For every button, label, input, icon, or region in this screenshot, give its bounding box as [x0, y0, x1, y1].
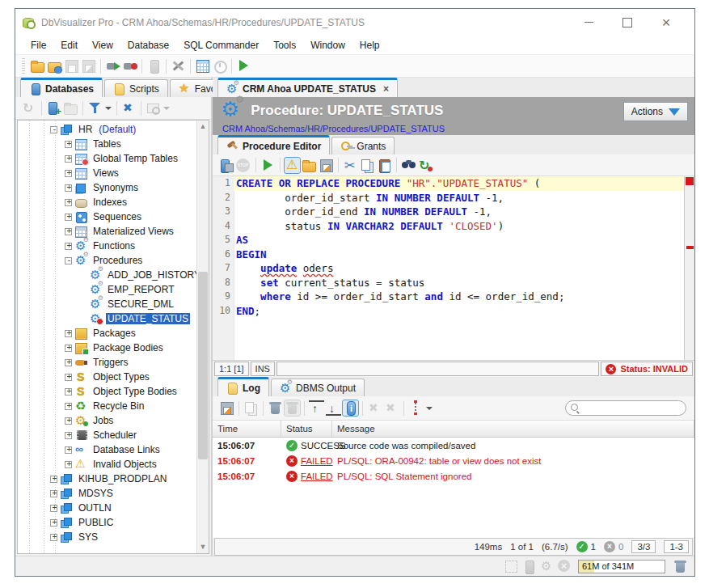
save-edit-icon[interactable] — [219, 400, 234, 416]
separator[interactable] — [141, 101, 141, 116]
grid-window-icon[interactable] — [195, 58, 210, 74]
clock-icon[interactable] — [212, 58, 227, 74]
close-tab-icon[interactable]: × — [383, 83, 389, 95]
window-control-button[interactable] — [659, 15, 673, 30]
expander-icon[interactable] — [65, 446, 72, 454]
server-icon[interactable] — [146, 58, 162, 74]
dropdown-arrow-icon[interactable] — [104, 100, 112, 116]
separator[interactable] — [403, 401, 404, 416]
code-line[interactable]: 5AS — [213, 233, 684, 247]
find-icon[interactable] — [401, 158, 416, 173]
disconnect-icon[interactable] — [122, 58, 137, 74]
tools-icon[interactable] — [171, 58, 186, 74]
scrollbar-thumb[interactable] — [198, 272, 208, 459]
expander-icon[interactable] — [65, 199, 72, 206]
scroll-bottom-icon[interactable] — [326, 400, 341, 416]
menu-item[interactable]: View — [85, 37, 120, 53]
cut-icon[interactable] — [343, 158, 358, 173]
expander-icon[interactable] — [65, 345, 72, 352]
log-row[interactable]: 15:06:07 ✓ × FAILED PL/SQL: ORA-00942: t… — [213, 453, 694, 468]
tree-item[interactable]: Global Temp Tables — [18, 151, 196, 166]
window-control-button[interactable] — [581, 15, 596, 30]
expand-icon[interactable] — [367, 400, 382, 416]
locate-icon[interactable] — [146, 100, 161, 116]
breadcrumb[interactable]: CRM Ahoa/Schemas/HR/Procedures/UPDATE_ST… — [222, 124, 688, 133]
paste-icon[interactable] — [377, 158, 392, 173]
tree-item[interactable]: Object Type Bodies — [18, 384, 196, 399]
separator[interactable] — [116, 101, 117, 116]
separator[interactable] — [231, 59, 232, 74]
tree-item[interactable]: Indexes — [18, 195, 196, 209]
menu-item[interactable]: Tools — [266, 37, 303, 53]
tree-item[interactable]: Jobs — [18, 413, 196, 428]
separator[interactable] — [396, 158, 397, 172]
folder-gear-icon[interactable] — [47, 58, 62, 74]
menu-item[interactable]: Edit — [53, 37, 85, 53]
compare-icon[interactable] — [418, 158, 433, 173]
separator[interactable] — [141, 59, 142, 74]
separator[interactable] — [263, 401, 264, 416]
code-area[interactable]: 1CREATE OR REPLACE PROCEDURE "HR"."UPDAT… — [213, 176, 684, 360]
code-line[interactable]: 3 order_id_end IN NUMBER DEFAULT -1, — [213, 205, 684, 219]
expander-icon[interactable] — [50, 519, 57, 527]
tree-item[interactable]: PUBLIC — [18, 515, 196, 530]
separator[interactable] — [190, 59, 191, 74]
tree-item[interactable]: Database Links — [18, 442, 196, 457]
tree-item[interactable]: ADD_JOB_HISTORY — [18, 268, 196, 282]
log-tab[interactable]: Log — [217, 377, 269, 396]
memory-indicator[interactable]: 61M of 341M — [578, 560, 665, 573]
navigator-tab[interactable]: Scripts — [104, 79, 168, 97]
code-line[interactable]: 8 set current_status = status — [213, 276, 684, 290]
code-line[interactable]: 9 where id >= order_id_start and id <= o… — [213, 290, 684, 304]
selection-icon[interactable] — [504, 559, 519, 574]
error-marker-top[interactable] — [686, 177, 694, 185]
editor-tab[interactable]: Procedure Editor — [217, 135, 330, 154]
separator[interactable] — [280, 158, 281, 172]
code-line[interactable]: 1CREATE OR REPLACE PROCEDURE "HR"."UPDAT… — [213, 176, 684, 191]
expander-icon[interactable] — [65, 374, 72, 381]
separator[interactable] — [82, 101, 83, 116]
save-edit-icon[interactable] — [319, 158, 334, 173]
auto-clear-icon[interactable] — [285, 400, 300, 416]
add-connection-icon[interactable] — [46, 100, 61, 116]
copy-icon[interactable] — [243, 400, 259, 416]
tree-item[interactable]: Object Types — [18, 370, 196, 384]
clear-icon[interactable] — [268, 400, 283, 416]
dropdown-arrow-icon[interactable] — [162, 100, 171, 116]
connect-icon[interactable] — [105, 58, 120, 74]
expander-icon[interactable] — [65, 243, 72, 250]
tree-item[interactable]: Tables — [18, 137, 196, 151]
editor-tab[interactable]: Grants — [331, 137, 395, 154]
expander-icon[interactable] — [65, 155, 72, 163]
error-circle-icon[interactable] — [557, 559, 572, 574]
tree-item[interactable]: OUTLN — [18, 501, 196, 515]
copy-icon[interactable] — [360, 158, 375, 173]
settings-icon[interactable] — [539, 559, 555, 574]
actions-button[interactable]: Actions — [623, 102, 688, 121]
tree-item[interactable]: Functions — [18, 239, 196, 253]
collapse-all-icon[interactable] — [121, 100, 137, 116]
expander-icon[interactable] — [50, 534, 57, 541]
expander-icon[interactable] — [65, 228, 72, 235]
tree-item[interactable]: Materialized Views — [18, 224, 196, 239]
separator[interactable] — [166, 59, 167, 74]
menu-item[interactable]: Database — [120, 37, 176, 53]
menu-item[interactable]: SQL Commander — [176, 37, 266, 53]
menu-item[interactable]: File — [23, 37, 53, 53]
run-arrow-icon[interactable] — [236, 58, 251, 74]
tree-item[interactable]: Procedures — [18, 253, 196, 268]
scroll-up-icon[interactable]: ▲ — [197, 121, 209, 133]
expander-icon[interactable] — [65, 417, 72, 425]
tree-item[interactable]: HR (Default) — [18, 122, 196, 137]
expander-icon[interactable] — [65, 461, 72, 468]
expander-icon[interactable] — [50, 126, 57, 133]
tree-item[interactable]: UPDATE_STATUS — [18, 311, 196, 326]
separator[interactable] — [238, 401, 239, 416]
code-line[interactable]: 2 order_id_start IN NUMBER DEFAULT -1, — [213, 191, 684, 205]
menu-item[interactable]: Window — [303, 37, 352, 53]
add-folder-icon[interactable] — [63, 100, 78, 116]
tree-item[interactable]: KIHUB_PRODPLAN — [18, 472, 196, 486]
save-procedure-icon[interactable] — [219, 158, 234, 173]
separator[interactable] — [41, 101, 42, 116]
menu-item[interactable]: Help — [352, 37, 387, 53]
